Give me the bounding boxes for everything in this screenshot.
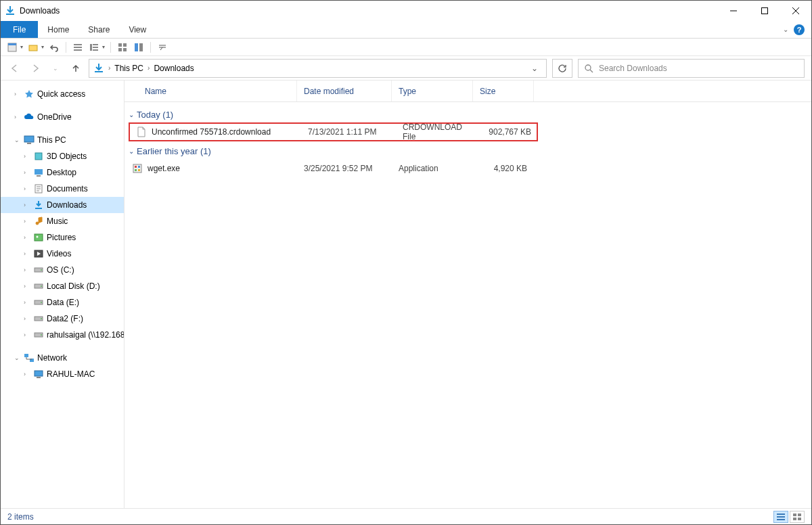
qat-dropdown-icon[interactable]: ▾ bbox=[41, 44, 44, 50]
chevron-right-icon[interactable]: › bbox=[24, 315, 30, 322]
qat-view-details-icon[interactable] bbox=[88, 41, 100, 53]
chevron-right-icon[interactable]: › bbox=[24, 371, 30, 378]
search-input[interactable] bbox=[599, 64, 798, 73]
group-header[interactable]: ⌄ Today (1) bbox=[125, 106, 811, 122]
column-type[interactable]: Type bbox=[392, 81, 473, 101]
quick-access-toolbar: ▾ ▾ ▾ bbox=[1, 39, 811, 56]
navigation-pane: › Quick access › OneDrive ⌄ This PC ›3D … bbox=[1, 81, 125, 508]
refresh-button[interactable] bbox=[552, 59, 572, 78]
sidebar-item[interactable]: ›RAHUL-MAC bbox=[1, 366, 124, 382]
chevron-right-icon[interactable]: › bbox=[24, 299, 30, 306]
chevron-right-icon[interactable]: › bbox=[24, 169, 30, 176]
sidebar-item[interactable]: ›Pictures bbox=[1, 229, 124, 246]
svg-point-28 bbox=[41, 269, 42, 271]
sidebar-item-label: Network bbox=[37, 353, 67, 363]
sidebar-quick-access[interactable]: › Quick access bbox=[1, 86, 124, 102]
address-bar[interactable]: › This PC › Downloads ⌄ bbox=[89, 59, 547, 78]
recent-dropdown-icon[interactable]: ⌄ bbox=[48, 61, 63, 76]
qat-new-folder-icon[interactable] bbox=[27, 41, 39, 53]
svg-rect-11 bbox=[118, 43, 122, 47]
view-details-button[interactable] bbox=[773, 511, 788, 523]
svg-rect-44 bbox=[135, 169, 137, 171]
chevron-right-icon[interactable]: › bbox=[148, 64, 150, 72]
qat-dropdown-icon[interactable]: ▾ bbox=[102, 44, 105, 50]
chevron-right-icon[interactable]: › bbox=[24, 218, 30, 225]
tab-view[interactable]: View bbox=[119, 21, 156, 38]
chevron-right-icon[interactable]: › bbox=[24, 283, 30, 290]
sidebar-item[interactable]: ›Downloads bbox=[1, 197, 124, 213]
file-row[interactable]: Unconfirmed 755718.crdownload7/13/2021 1… bbox=[129, 122, 538, 141]
nav-bar: ⌄ › This PC › Downloads ⌄ bbox=[1, 56, 811, 81]
svg-rect-52 bbox=[798, 518, 801, 520]
view-large-icons-button[interactable] bbox=[790, 511, 805, 523]
column-name[interactable]: Name bbox=[125, 81, 297, 101]
svg-rect-49 bbox=[793, 513, 796, 516]
search-box[interactable] bbox=[578, 59, 805, 78]
back-button[interactable] bbox=[7, 61, 22, 76]
svg-rect-48 bbox=[777, 519, 785, 520]
column-size[interactable]: Size bbox=[473, 81, 534, 101]
address-expand-icon[interactable]: ⌄ bbox=[527, 64, 542, 73]
network-icon bbox=[24, 352, 35, 363]
content-pane: Name Date modified Type Size ⌄ Today (1)… bbox=[125, 81, 811, 508]
file-row[interactable]: wget.exe3/25/2021 9:52 PMApplication4,92… bbox=[125, 159, 811, 178]
qat-undo-icon[interactable] bbox=[48, 41, 60, 53]
svg-rect-39 bbox=[35, 371, 43, 376]
chevron-down-icon[interactable]: ⌄ bbox=[14, 137, 21, 143]
qat-view-content-icon[interactable] bbox=[133, 41, 145, 53]
sidebar-item[interactable]: ›Data2 (F:) bbox=[1, 311, 124, 327]
sidebar-item[interactable]: ›rahulsaigal (\\192.168 bbox=[1, 327, 124, 343]
file-list[interactable]: ⌄ Today (1)Unconfirmed 755718.crdownload… bbox=[125, 102, 811, 508]
svg-rect-43 bbox=[138, 166, 140, 168]
chevron-right-icon[interactable]: › bbox=[24, 153, 30, 160]
status-bar: 2 items bbox=[1, 508, 811, 524]
file-type: CRDOWNLOAD File bbox=[396, 122, 477, 141]
sidebar-item[interactable]: ›Music bbox=[1, 213, 124, 229]
chevron-right-icon[interactable]: › bbox=[24, 267, 30, 273]
group-header[interactable]: ⌄ Earlier this year (1) bbox=[125, 143, 811, 159]
chevron-right-icon[interactable]: › bbox=[24, 332, 30, 338]
star-icon bbox=[24, 89, 35, 99]
tab-home[interactable]: Home bbox=[38, 21, 78, 38]
doc-icon bbox=[33, 183, 44, 194]
breadcrumb-current[interactable]: Downloads bbox=[154, 64, 194, 73]
qat-properties-icon[interactable] bbox=[6, 41, 18, 53]
ribbon-expand-icon[interactable]: ⌄ bbox=[783, 26, 788, 33]
svg-point-25 bbox=[37, 236, 39, 238]
maximize-button[interactable] bbox=[749, 1, 780, 21]
forward-button[interactable] bbox=[28, 61, 43, 76]
sidebar-network[interactable]: ⌄ Network bbox=[1, 350, 124, 366]
sidebar-onedrive[interactable]: › OneDrive bbox=[1, 109, 124, 125]
sidebar-item[interactable]: ›Documents bbox=[1, 181, 124, 197]
sidebar-item[interactable]: ›Videos bbox=[1, 246, 124, 262]
sidebar-item[interactable]: ›OS (C:) bbox=[1, 262, 124, 278]
chevron-right-icon[interactable]: › bbox=[108, 64, 110, 72]
chevron-right-icon[interactable]: › bbox=[24, 234, 30, 241]
sidebar-item[interactable]: ›Desktop bbox=[1, 164, 124, 181]
qat-dropdown-icon[interactable]: ▾ bbox=[20, 44, 23, 50]
qat-view-list-icon[interactable] bbox=[72, 41, 84, 53]
sidebar-this-pc[interactable]: ⌄ This PC bbox=[1, 132, 124, 148]
qat-customize-icon[interactable] bbox=[156, 41, 168, 53]
ribbon-tabs: File Home Share View ⌄ ? bbox=[1, 21, 811, 39]
minimize-button[interactable] bbox=[718, 1, 749, 21]
close-button[interactable] bbox=[780, 1, 811, 21]
chevron-right-icon[interactable]: › bbox=[24, 202, 30, 208]
status-item-count: 2 items bbox=[7, 512, 34, 522]
chevron-down-icon[interactable]: ⌄ bbox=[14, 355, 21, 361]
sidebar-item[interactable]: ›Data (E:) bbox=[1, 294, 124, 311]
column-date[interactable]: Date modified bbox=[297, 81, 392, 101]
sidebar-item[interactable]: ›Local Disk (D:) bbox=[1, 278, 124, 294]
tab-share[interactable]: Share bbox=[78, 21, 119, 38]
qat-view-tiles-icon[interactable] bbox=[116, 41, 129, 53]
chevron-right-icon[interactable]: › bbox=[24, 185, 30, 192]
chevron-right-icon[interactable]: › bbox=[24, 250, 30, 257]
sidebar-item[interactable]: ›3D Objects bbox=[1, 148, 124, 164]
up-button[interactable] bbox=[68, 61, 83, 76]
chevron-right-icon[interactable]: › bbox=[14, 114, 21, 120]
desktop-icon bbox=[33, 167, 44, 178]
breadcrumb-root[interactable]: This PC bbox=[114, 64, 143, 73]
help-button[interactable]: ? bbox=[794, 24, 805, 35]
tab-file[interactable]: File bbox=[1, 21, 38, 38]
chevron-right-icon[interactable]: › bbox=[14, 91, 21, 97]
